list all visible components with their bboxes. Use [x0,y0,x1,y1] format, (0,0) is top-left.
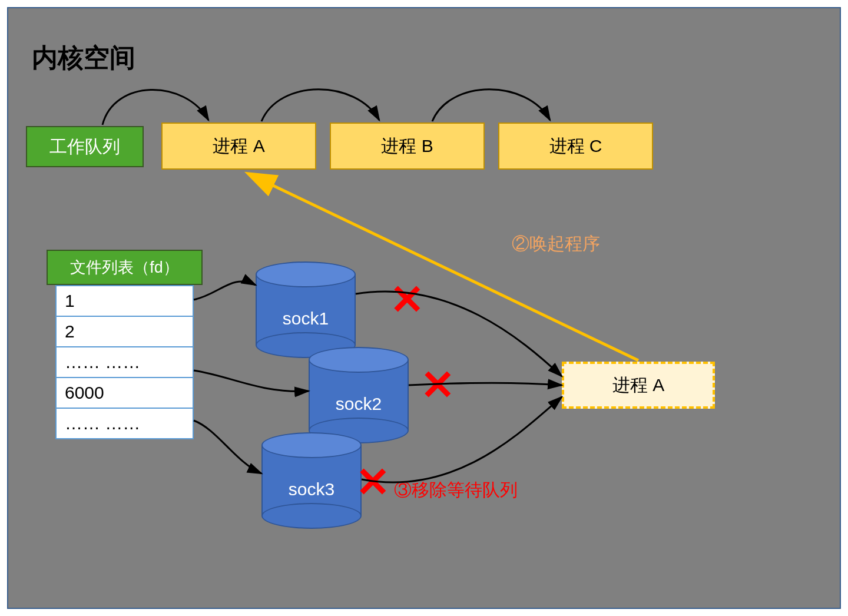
process-a-box: 进程 A [161,122,316,170]
fd-row: …… …… [57,408,193,438]
socket-1: sock1 [256,261,356,359]
wake-annotation: ②唤起程序 [512,232,600,256]
fd-row: 1 [57,286,193,316]
diagram-title: 内核空间 [32,41,135,75]
moved-process-a-box: 进程 A [562,362,715,409]
socket-1-label: sock1 [256,309,356,329]
diagram-canvas: 内核空间 工作队列 进程 A 进程 B 进程 C 文件列表（fd） 1 2 ……… [7,7,841,609]
fd-table-header: 文件列表（fd） [47,250,203,285]
socket-2-label: sock2 [309,394,409,414]
fd-row: 6000 [57,377,193,408]
process-b-box: 进程 B [330,122,485,170]
fd-row: 2 [57,316,193,346]
work-queue-box: 工作队列 [26,126,144,167]
x-mark-icon: ✕ [420,365,455,406]
socket-3-label: sock3 [261,479,362,499]
socket-3: sock3 [261,432,362,529]
x-mark-icon: ✕ [390,279,425,320]
process-c-box: 进程 C [498,122,653,170]
fd-row: …… …… [57,346,193,377]
fd-table: 1 2 …… …… 6000 …… …… [55,285,194,439]
socket-2: sock2 [309,347,409,444]
remove-annotation: ③移除等待队列 [394,478,518,502]
